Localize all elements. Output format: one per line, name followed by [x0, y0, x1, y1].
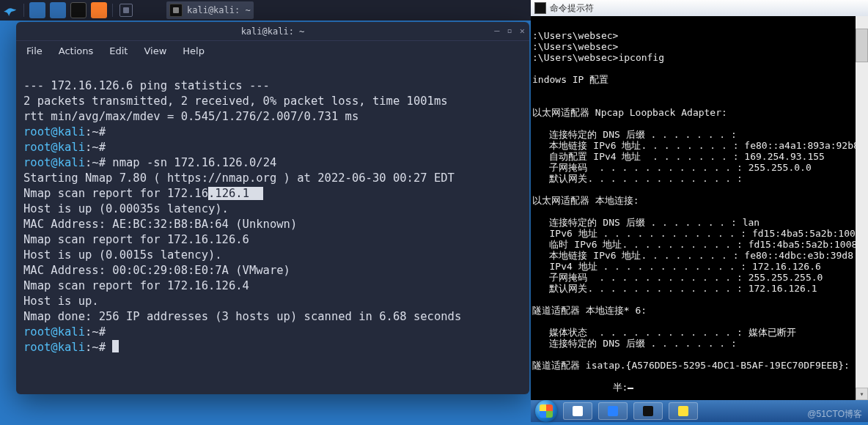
- cmd-line: 隧道适配器 isatap.{A576DDE5-5295-4DC1-B5AF-19…: [532, 360, 850, 371]
- term-selection: .126.1: [208, 187, 263, 200]
- scroll-thumb[interactable]: [856, 29, 868, 62]
- kali-menu-button[interactable]: [0, 0, 21, 21]
- term-line: Nmap scan report for 172.16: [23, 187, 208, 200]
- cmd-line: 以太网适配器 本地连接:: [532, 195, 639, 206]
- cmd-line: :\Users\websec>: [532, 30, 618, 41]
- cmd-line: 隧道适配器 本地连接* 6:: [532, 305, 647, 316]
- terminal-titlebar[interactable]: kali@kali: ~ — ▫ ✕: [16, 22, 529, 41]
- cmd-line: 默认网关. . . . . . . . . . . . . : 172.16.1…: [532, 283, 817, 294]
- cmd-line: 媒体状态 . . . . . . . . . . . . : 媒体已断开: [532, 327, 796, 338]
- cmd-line: 半:: [532, 382, 628, 393]
- prompt: root@kali:~#: [23, 125, 106, 138]
- term-cmd: nmap -sn 172.16.126.0/24: [106, 156, 276, 169]
- workspace-switcher[interactable]: [117, 1, 136, 19]
- taskbar-item[interactable]: [563, 402, 592, 420]
- cmd-line: 临时 IPv6 地址. . . . . . . . . . : fd15:4ba…: [532, 239, 868, 250]
- cmd-cursor: [628, 388, 633, 389]
- terminal-title: kali@kali: ~: [241, 26, 305, 37]
- launcher-folder[interactable]: [50, 2, 66, 18]
- terminal-body[interactable]: --- 172.16.126.6 ping statistics --- 2 p…: [16, 60, 529, 363]
- terminal-cursor: [112, 340, 119, 352]
- launcher-firefox[interactable]: [91, 2, 107, 18]
- prompt: root@kali:~#: [23, 325, 106, 339]
- term-line: Host is up (0.00035s latency).: [23, 202, 229, 215]
- cmd-line: IPv4 地址 . . . . . . . . . . . . : 172.16…: [532, 261, 821, 272]
- cmd-line: 本地链接 IPv6 地址. . . . . . . . : fe80::4dbc…: [532, 250, 868, 261]
- cmd-line: 以太网适配器 Npcap Loopback Adapter:: [532, 107, 727, 118]
- maximize-button[interactable]: ▫: [507, 26, 512, 36]
- scroll-down-button[interactable]: ▾: [856, 388, 868, 400]
- cmd-window: 命令提示符 :\Users\websec> :\Users\websec> :\…: [531, 0, 868, 400]
- minimize-button[interactable]: —: [494, 26, 499, 36]
- taskbar-item-terminal[interactable]: kali@kali: ~: [166, 1, 254, 19]
- cmd-line: :\Users\websec>ipconfig: [532, 52, 664, 63]
- term-line: Nmap done: 256 IP addresses (3 hosts up)…: [23, 310, 461, 323]
- terminal-window: kali@kali: ~ — ▫ ✕ File Actions Edit Vie…: [16, 22, 529, 394]
- menu-edit[interactable]: Edit: [109, 45, 128, 56]
- cmd-icon: [534, 2, 546, 14]
- term-line: rtt min/avg/max/mdev = 0.545/1.276/2.007…: [23, 110, 358, 123]
- taskbar-item-label: kali@kali: ~: [187, 5, 251, 15]
- menu-help[interactable]: Help: [183, 45, 205, 56]
- cmd-line: 连接特定的 DNS 后缀 . . . . . . . : lan: [532, 217, 760, 228]
- terminal-menubar: File Actions Edit View Help: [16, 41, 529, 60]
- watermark: @51CTO博客: [807, 408, 862, 421]
- prompt: root@kali:~#: [23, 141, 106, 154]
- start-button[interactable]: [535, 400, 557, 422]
- term-line: 2 packets transmitted, 2 received, 0% pa…: [23, 95, 448, 108]
- cmd-scrollbar[interactable]: ▴ ▾: [856, 16, 868, 400]
- launcher-files[interactable]: [29, 2, 45, 18]
- cmd-titlebar[interactable]: 命令提示符: [531, 0, 868, 16]
- cmd-line: 本地链接 IPv6 地址. . . . . . . . : fe80::a4a1…: [532, 140, 868, 151]
- cmd-line: indows IP 配置: [532, 74, 608, 85]
- cmd-line: IPv6 地址 . . . . . . . . . . . . : fd15:4…: [532, 228, 868, 239]
- menu-view[interactable]: View: [144, 45, 166, 56]
- cmd-line: 默认网关. . . . . . . . . . . . . :: [532, 173, 743, 184]
- cmd-body[interactable]: :\Users\websec> :\Users\websec> :\Users\…: [531, 16, 868, 400]
- close-button[interactable]: ✕: [520, 26, 525, 36]
- cmd-line: 子网掩码 . . . . . . . . . . . . : 255.255.2…: [532, 272, 823, 283]
- term-line: Starting Nmap 7.80 ( https://nmap.org ) …: [23, 171, 455, 185]
- prompt: root@kali:~#: [23, 341, 106, 354]
- prompt: root@kali:~#: [23, 156, 106, 169]
- term-line: MAC Address: AE:BC:32:B8:BA:64 (Unknown): [23, 218, 297, 231]
- taskbar-item[interactable]: [669, 402, 698, 420]
- term-line: Host is up.: [23, 295, 99, 308]
- menu-file[interactable]: File: [26, 45, 43, 56]
- cmd-line: 连接特定的 DNS 后缀 . . . . . . . :: [532, 338, 737, 349]
- term-line: Host is up (0.0015s latency).: [23, 248, 222, 262]
- cmd-line: 子网掩码 . . . . . . . . . . . . : 255.255.0…: [532, 162, 812, 173]
- launcher-terminal[interactable]: [70, 2, 87, 18]
- term-line: Nmap scan report for 172.16.126.4: [23, 279, 249, 292]
- term-line: MAC Address: 00:0C:29:08:E0:7A (VMware): [23, 264, 290, 277]
- taskbar-item[interactable]: [633, 402, 663, 420]
- term-line: Nmap scan report for 172.16.126.6: [23, 233, 249, 246]
- cmd-line: :\Users\websec>: [532, 41, 618, 52]
- cmd-title: 命令提示符: [550, 3, 594, 14]
- cmd-line: 连接特定的 DNS 后缀 . . . . . . . :: [532, 129, 737, 140]
- taskbar-item[interactable]: [598, 402, 628, 420]
- menu-actions[interactable]: Actions: [59, 45, 94, 56]
- cmd-line: 自动配置 IPv4 地址 . . . . . . . : 169.254.93.…: [532, 151, 825, 162]
- term-line: --- 172.16.126.6 ping statistics ---: [23, 79, 270, 92]
